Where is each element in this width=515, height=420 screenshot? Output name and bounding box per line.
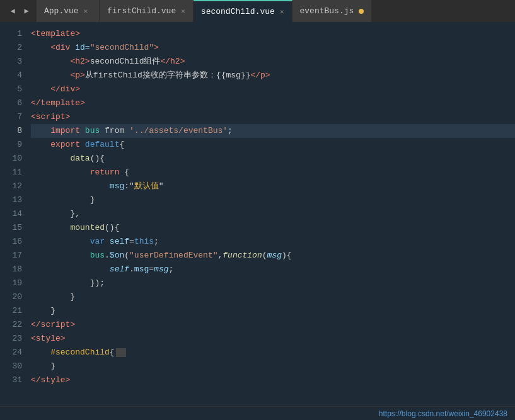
token-attr: id= xyxy=(75,41,90,55)
token-indent xyxy=(31,166,90,179)
token-tag: <div xyxy=(50,41,75,55)
token-tag: <h2> xyxy=(70,55,90,69)
code-line-4: <p> 从firstChild接收的字符串参数：{{msg}} </p> xyxy=(31,69,515,82)
token-indent xyxy=(31,82,50,96)
line-num-30: 30 xyxy=(0,360,28,373)
token-indent xyxy=(31,304,50,318)
token-tag: </script> xyxy=(31,318,75,332)
tab-first-child-vue[interactable]: firstChild.vue ✕ xyxy=(100,0,194,22)
line-num-21: 21 xyxy=(0,304,28,318)
line-num-9: 9 xyxy=(0,138,28,152)
code-line-6: </template> xyxy=(31,96,515,110)
token-semi: ; xyxy=(154,235,159,249)
token-indent xyxy=(31,152,70,166)
token-indent xyxy=(31,276,90,290)
code-line-14: }, xyxy=(31,207,515,221)
code-line-20: } xyxy=(31,290,515,304)
code-line-13: } xyxy=(31,193,515,207)
token-msg-val: msg xyxy=(154,263,168,276)
code-line-24: #secondChild { xyxy=(31,346,515,360)
token-eq: = xyxy=(129,235,134,249)
code-line-23: <style> xyxy=(31,332,515,346)
code-line-10: data (){ xyxy=(31,152,515,166)
code-line-3: <h2> secondChild组件 </h2> xyxy=(31,55,515,69)
tab-close-icon[interactable]: ✕ xyxy=(181,7,185,15)
token-indent xyxy=(31,249,90,263)
code-line-5: </div> xyxy=(31,82,515,96)
tab-second-child-vue[interactable]: secondChild.vue ✕ xyxy=(194,0,292,22)
line-num-19: 19 xyxy=(0,276,28,290)
tab-modified-dot xyxy=(359,9,364,14)
tab-bar: ◀ ▶ App.vue ✕ firstChild.vue ✕ secondChi… xyxy=(0,0,515,22)
tab-forward-btn[interactable]: ▶ xyxy=(21,6,32,16)
code-line-9: export default { xyxy=(31,138,515,152)
token-semi2: ; xyxy=(168,263,173,276)
line-num-1: 1 xyxy=(0,27,28,41)
code-line-21: } xyxy=(31,304,515,318)
token-paren3: ){ xyxy=(282,249,292,263)
tab-app-vue[interactable]: App.vue ✕ xyxy=(37,0,100,22)
token-tag: </template> xyxy=(31,96,85,110)
line-numbers: 1 2 3 4 5 6 7 8 9 10 11 12 13 14 15 16 1… xyxy=(0,22,28,406)
token-tag: > xyxy=(154,41,159,55)
token-func: data xyxy=(70,152,90,166)
token-indent xyxy=(31,290,70,304)
line-num-6: 6 xyxy=(0,96,28,110)
tab-back-btn[interactable]: ◀ xyxy=(8,6,18,16)
tab-label: secondChild.vue xyxy=(201,7,275,16)
token-mounted: mounted xyxy=(70,221,105,235)
tab-close-icon[interactable]: ✕ xyxy=(84,7,88,15)
token-bus2: bus xyxy=(90,249,105,263)
token-msg-prop: msg xyxy=(134,263,149,276)
token-indent xyxy=(31,193,90,207)
line-num-4: 4 xyxy=(0,69,28,82)
token-var: var xyxy=(90,235,110,249)
token-self2: self xyxy=(110,263,129,276)
line-num-18: 18 xyxy=(0,263,28,276)
token-dot2: . xyxy=(129,263,134,276)
token-paren: ( xyxy=(124,249,129,263)
code-line-22: </script> xyxy=(31,318,515,332)
code-line-16: var self = this ; xyxy=(31,235,515,249)
code-line-15: mounted (){ xyxy=(31,221,515,235)
line-num-16: 16 xyxy=(0,235,28,249)
token-semi: ; xyxy=(228,124,233,138)
code-line-11: return { xyxy=(31,166,515,179)
token-brace5: { xyxy=(110,346,115,360)
token-msg-param: msg xyxy=(267,249,282,263)
line-num-31: 31 xyxy=(0,373,28,387)
tab-controls: ◀ ▶ xyxy=(3,6,37,16)
token-self: self xyxy=(110,235,129,249)
token-indent xyxy=(31,55,70,69)
line-num-2: 2 xyxy=(0,41,28,55)
token-indent xyxy=(31,69,70,82)
tab-label: App.vue xyxy=(44,6,79,16)
line-num-22: 22 xyxy=(0,318,28,332)
tab-label: eventBus.js xyxy=(300,6,354,16)
line-num-17: 17 xyxy=(0,249,28,263)
token-paren: (){ xyxy=(90,152,105,166)
tab-event-bus-js[interactable]: eventBus.js xyxy=(292,0,373,22)
token-default: default xyxy=(85,138,120,152)
token-indent xyxy=(31,179,110,193)
token-paren: (){ xyxy=(105,221,119,235)
token-text: secondChild组件 xyxy=(90,55,161,69)
token-indent xyxy=(31,235,90,249)
token-tag: </h2> xyxy=(160,55,185,69)
tab-close-icon[interactable]: ✕ xyxy=(280,8,284,16)
token-selector: #secondChild xyxy=(50,346,110,360)
token-tag: <p> xyxy=(70,69,84,82)
token-indent xyxy=(31,138,50,152)
token-tag: </div> xyxy=(50,82,80,96)
token-attr-val: "secondChild" xyxy=(90,41,154,55)
code-content[interactable]: <template> <div id= "secondChild" > <h2>… xyxy=(28,22,515,406)
token-indent xyxy=(31,221,70,235)
token-on: $on xyxy=(110,249,124,263)
line-num-7: 7 xyxy=(0,110,28,124)
token-eq2: = xyxy=(149,263,154,276)
token-export: export xyxy=(50,138,85,152)
token-colon: : xyxy=(124,179,129,193)
token-quote: " xyxy=(159,179,164,193)
token-indent xyxy=(31,360,50,373)
token-this: this xyxy=(134,235,154,249)
